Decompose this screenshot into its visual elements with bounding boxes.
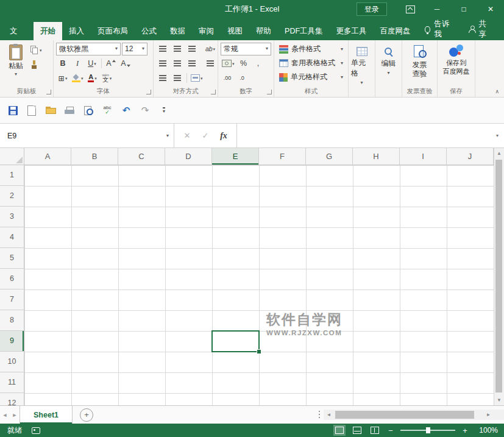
column-header-g[interactable]: G	[306, 148, 353, 165]
print-preview-button[interactable]	[80, 102, 96, 119]
sheet-tab-sheet1[interactable]: Sheet1	[20, 406, 73, 424]
fill-color-button[interactable]: ▾	[71, 72, 85, 84]
save-button[interactable]	[5, 102, 21, 119]
fill-handle[interactable]	[257, 349, 261, 354]
undo-button[interactable]: ↶	[118, 102, 134, 119]
ribbon-display-options-button[interactable]	[397, 0, 424, 18]
cells-button[interactable]: 单元格 ▾	[351, 42, 372, 97]
hscroll-left-button[interactable]: ◄	[324, 410, 334, 420]
decrease-decimal-button[interactable]: .0	[235, 72, 249, 84]
hscroll-right-button[interactable]: ►	[483, 410, 494, 420]
quick-print-button[interactable]	[62, 102, 77, 119]
row-header-8[interactable]: 8	[0, 310, 24, 331]
align-center-button[interactable]	[171, 57, 184, 69]
tab-splitter-handle[interactable]	[319, 411, 320, 419]
number-dialog-launcher[interactable]	[267, 90, 272, 94]
customize-qat-button[interactable]: ▾	[156, 102, 172, 119]
decrease-indent-button[interactable]	[156, 72, 169, 84]
formula-input[interactable]	[237, 124, 491, 147]
tab-data[interactable]: 数据	[163, 22, 192, 40]
bottom-align-button[interactable]	[185, 43, 199, 55]
share-button[interactable]: 共享	[461, 20, 499, 38]
cell-grid[interactable]: 软件自学网 WWW.RJZXW.COM	[24, 165, 494, 405]
row-header-1[interactable]: 1	[0, 165, 24, 186]
tab-view[interactable]: 视图	[221, 22, 249, 40]
bold-button[interactable]: B	[56, 57, 69, 69]
name-box[interactable]: E9 ▾	[0, 124, 174, 147]
selected-cell[interactable]	[211, 330, 260, 352]
new-workbook-button[interactable]	[24, 102, 40, 119]
tab-more-tools[interactable]: 更多工具	[330, 22, 374, 40]
horizontal-scrollbar[interactable]	[334, 410, 483, 420]
column-header-e[interactable]: E	[212, 148, 259, 165]
row-header-6[interactable]: 6	[0, 269, 24, 290]
tab-page-layout[interactable]: 页面布局	[91, 22, 135, 40]
align-left-button[interactable]	[156, 57, 169, 69]
font-color-button[interactable]: A▾	[86, 72, 99, 84]
column-header-a[interactable]: A	[24, 148, 71, 165]
italic-button[interactable]: I	[71, 57, 84, 69]
increase-decimal-button[interactable]: .00	[221, 72, 234, 84]
invoice-check-button[interactable]: 发票查验	[413, 42, 427, 87]
row-header-10[interactable]: 10	[0, 352, 24, 372]
close-button[interactable]: ✕	[477, 0, 504, 18]
increase-font-size-button[interactable]: A	[104, 57, 118, 69]
insert-function-button[interactable]: fx	[215, 131, 233, 141]
comma-style-button[interactable]: ,	[252, 57, 265, 69]
font-dialog-launcher[interactable]	[146, 90, 151, 94]
tab-review[interactable]: 审阅	[192, 22, 221, 40]
tab-pdf-tools[interactable]: PDF工具集	[278, 22, 330, 40]
row-header-12[interactable]: 12	[0, 393, 24, 405]
clipboard-dialog-launcher[interactable]	[46, 90, 51, 94]
row-header-11[interactable]: 11	[0, 372, 24, 393]
underline-button[interactable]: U▾	[85, 57, 99, 69]
vertical-scroll-thumb[interactable]	[495, 160, 502, 393]
column-header-i[interactable]: I	[400, 148, 447, 165]
row-header-9[interactable]: 9	[0, 331, 24, 352]
collapse-ribbon-button[interactable]: ∧	[495, 88, 499, 94]
expand-formula-bar-button[interactable]: ▾	[491, 124, 504, 147]
redo-button[interactable]: ↷	[137, 102, 153, 119]
row-header-4[interactable]: 4	[0, 227, 24, 248]
phonetic-guide-button[interactable]: wén文▾	[101, 72, 114, 84]
login-button[interactable]: 登录	[357, 2, 387, 16]
borders-button[interactable]: ⊞▾	[56, 72, 69, 84]
percent-style-button[interactable]: %	[237, 57, 250, 69]
select-all-button[interactable]	[0, 148, 24, 165]
row-header-2[interactable]: 2	[0, 186, 24, 207]
cell-styles-button[interactable]: 单元格样式 ▾	[277, 70, 346, 84]
scroll-up-button[interactable]: ▲	[494, 148, 504, 158]
top-align-button[interactable]	[156, 43, 169, 55]
zoom-in-button[interactable]: +	[461, 426, 469, 435]
cancel-button[interactable]: ✕	[178, 131, 196, 140]
maximize-button[interactable]: □	[450, 0, 477, 18]
zoom-out-button[interactable]: −	[386, 426, 395, 435]
macro-record-button[interactable]	[32, 427, 40, 434]
page-break-view-button[interactable]	[369, 425, 381, 436]
tab-file[interactable]: 文件	[0, 22, 34, 40]
tab-help[interactable]: 帮助	[249, 22, 278, 40]
normal-view-button[interactable]	[333, 425, 346, 436]
tab-formulas[interactable]: 公式	[135, 22, 163, 40]
conditional-formatting-button[interactable]: 条件格式 ▾	[277, 42, 346, 56]
name-box-dropdown-arrow[interactable]: ▾	[166, 133, 169, 138]
format-as-table-button[interactable]: 套用表格格式 ▾	[277, 56, 346, 70]
tell-me-button[interactable]: 告诉我	[417, 20, 461, 38]
column-header-b[interactable]: B	[71, 148, 118, 165]
paste-button[interactable]: 粘贴 ▾	[2, 42, 29, 87]
row-header-3[interactable]: 3	[0, 207, 24, 227]
font-name-combo[interactable]: 微软雅黑▾	[56, 43, 121, 55]
orientation-button[interactable]: ab▾	[204, 43, 217, 55]
middle-align-button[interactable]	[171, 43, 184, 55]
zoom-slider-knob[interactable]	[426, 427, 430, 433]
row-header-5[interactable]: 5	[0, 248, 24, 269]
page-layout-view-button[interactable]	[351, 425, 363, 436]
decrease-font-size-button[interactable]: A	[119, 57, 132, 69]
open-button[interactable]	[43, 102, 59, 119]
zoom-level[interactable]: 100%	[475, 426, 498, 435]
increase-indent-button[interactable]	[171, 72, 184, 84]
horizontal-scroll-thumb[interactable]	[335, 411, 474, 419]
sheet-nav-right-button[interactable]: ►	[10, 412, 20, 418]
tab-baidu-netdisk[interactable]: 百度网盘	[374, 22, 417, 40]
column-header-c[interactable]: C	[118, 148, 165, 165]
